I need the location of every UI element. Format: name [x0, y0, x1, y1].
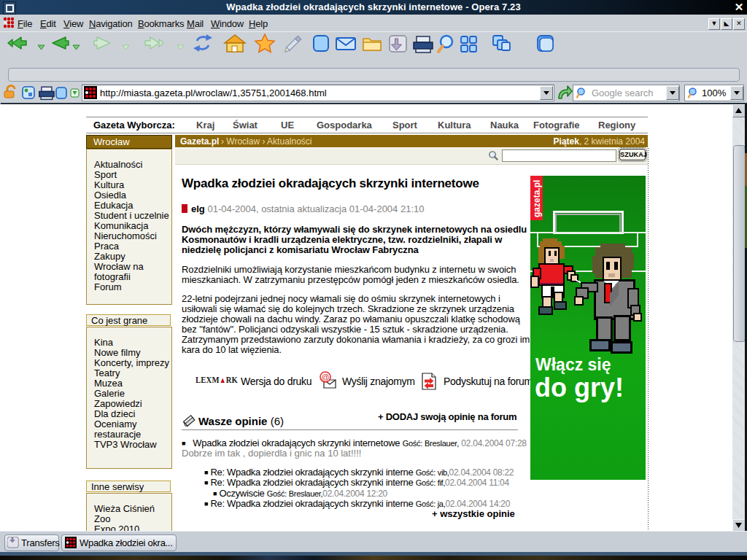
svg-text:@: @ — [321, 373, 329, 381]
svg-text:Włącz się: Włącz się — [535, 355, 611, 374]
svg-text:do gry!: do gry! — [535, 373, 624, 402]
svg-text:gazeta.pl: gazeta.pl — [532, 180, 542, 217]
